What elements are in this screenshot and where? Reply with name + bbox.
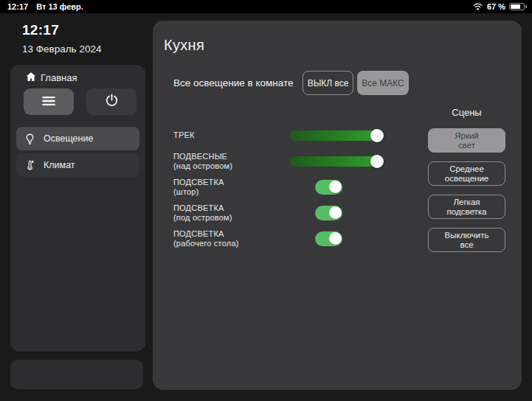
control-label: ПОДСВЕТКА(штор): [173, 178, 290, 196]
status-bar: 12:17 Вт 13 февр. 67 %: [0, 0, 532, 13]
wifi-icon: [472, 2, 483, 12]
menu-button[interactable]: [24, 88, 74, 115]
control-row: ПОДСВЕТКА(рабочего стола): [173, 226, 387, 251]
thermometer-icon: [24, 159, 36, 172]
control-row: ПОДСВЕТКА(штор): [173, 174, 387, 200]
control-row: ПОДСВЕТКА(под островом): [173, 200, 387, 226]
scene-button[interactable]: Среднее освещение: [428, 161, 505, 186]
power-icon: [103, 92, 120, 111]
power-button[interactable]: [86, 88, 137, 115]
all-lights-label: Все освещение в комнате: [173, 77, 294, 88]
lightbulb-icon: [24, 133, 36, 145]
sidebar-item-climate[interactable]: Климат: [16, 153, 139, 177]
control-label: ПОДСВЕТКА(под островом): [173, 203, 290, 222]
slider-thumb[interactable]: [370, 155, 384, 168]
control-cell: [290, 231, 387, 246]
sidebar-item-lighting[interactable]: Освещение: [16, 127, 139, 150]
control-cell: [290, 130, 387, 141]
status-right: 67 %: [472, 2, 525, 12]
light-toggle[interactable]: [315, 180, 342, 195]
clock-time: 12:17: [22, 22, 101, 38]
control-label: ПОДСВЕТКА(рабочего стола): [173, 229, 290, 248]
sidebar-nav: ОсвещениеКлимат: [16, 127, 139, 180]
control-label-line2: (рабочего стола): [173, 239, 290, 248]
control-label: ПОДВЕСНЫЕ(над островом): [173, 152, 290, 170]
control-row: ПОДВЕСНЫЕ(над островом): [173, 148, 387, 174]
control-cell: [290, 206, 387, 220]
sidebar-buttons: [24, 88, 137, 115]
status-left: 12:17 Вт 13 февр.: [7, 2, 83, 11]
control-label-line1: ПОДСВЕТКА: [173, 229, 290, 239]
main-panel: Кухня Все освещение в комнате ВЫКЛ все В…: [153, 21, 522, 390]
scene-button[interactable]: Легкая подсветка: [428, 195, 505, 219]
light-slider[interactable]: [290, 130, 382, 141]
scene-buttons: Яркий светСреднее освещениеЛегкая подсве…: [428, 128, 505, 261]
scenes-title: Сцены: [428, 107, 505, 118]
control-cell: [290, 180, 387, 195]
control-label-line1: ТРЕК: [173, 130, 290, 140]
battery-percent: 67 %: [487, 2, 505, 11]
all-max-button[interactable]: Все МАКС: [357, 71, 409, 95]
status-date: Вт 13 февр.: [36, 2, 83, 11]
light-toggle[interactable]: [315, 206, 342, 220]
battery-icon: [509, 3, 525, 10]
clock-date: 13 Февраль 2024: [22, 43, 101, 55]
control-label: ТРЕК: [173, 130, 290, 140]
status-time: 12:17: [7, 2, 28, 11]
light-toggle[interactable]: [315, 231, 342, 246]
bottom-card: [10, 360, 143, 389]
room-title: Кухня: [164, 37, 204, 54]
sidebar: Главная ОсвещениеКлимат: [10, 65, 145, 352]
toggle-knob: [329, 206, 342, 219]
hamburger-icon: [38, 91, 59, 114]
screen: 12:17 Вт 13 февр. 67 % 12:17 13 Февраль …: [0, 0, 532, 401]
sidebar-item-label: Освещение: [44, 133, 93, 144]
scene-button[interactable]: Яркий свет: [428, 128, 505, 153]
control-label-line1: ПОДСВЕТКА: [173, 203, 290, 213]
sidebar-item-label: Климат: [44, 160, 75, 170]
slider-thumb[interactable]: [370, 129, 384, 142]
toggle-knob: [329, 232, 342, 245]
toggle-knob: [329, 181, 342, 193]
clock-block: 12:17 13 Февраль 2024: [22, 22, 101, 55]
control-label-line2: (над островом): [173, 161, 290, 171]
sidebar-item-home[interactable]: Главная: [25, 70, 77, 85]
scene-button[interactable]: Выключить все: [428, 228, 505, 252]
control-cell: [290, 156, 387, 167]
control-label-line1: ПОДСВЕТКА: [173, 178, 290, 187]
light-slider[interactable]: [290, 156, 382, 167]
all-off-button[interactable]: ВЫКЛ все: [303, 71, 353, 95]
control-label-line2: (штор): [173, 187, 290, 197]
control-row: ТРЕК: [173, 122, 387, 148]
control-label-line2: (под островом): [173, 213, 290, 223]
home-icon: [25, 71, 37, 85]
control-label-line1: ПОДВЕСНЫЕ: [173, 152, 290, 161]
light-controls: ТРЕКПОДВЕСНЫЕ(над островом)ПОДСВЕТКА(што…: [173, 122, 387, 251]
home-label: Главная: [41, 72, 77, 83]
battery-fill: [511, 4, 520, 9]
